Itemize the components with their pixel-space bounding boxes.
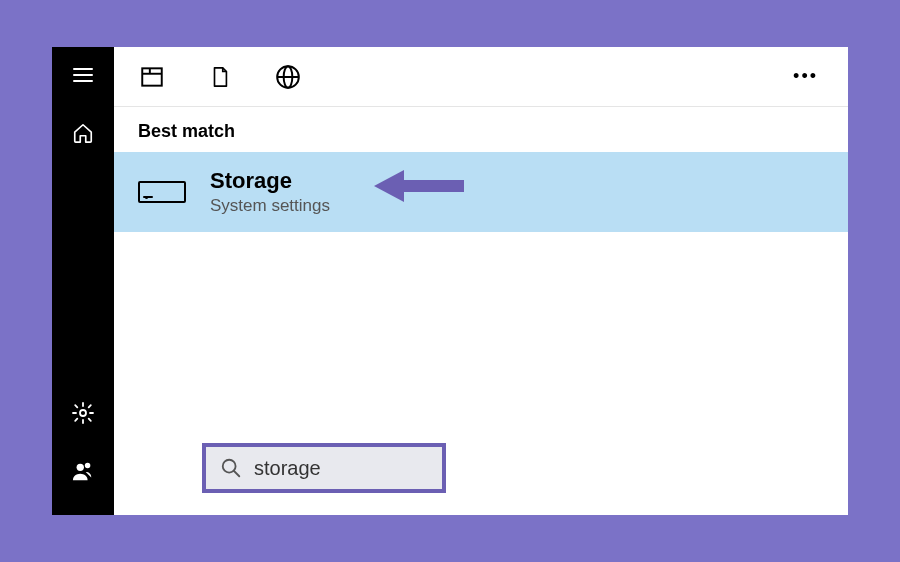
section-header: Best match [114, 107, 848, 152]
arrow-annotation-icon [374, 170, 464, 202]
hamburger-icon[interactable] [69, 61, 97, 89]
storage-icon [138, 181, 186, 203]
svg-rect-3 [142, 68, 162, 85]
result-title: Storage [210, 168, 330, 194]
tabs-row: ••• [114, 47, 848, 107]
search-bar[interactable] [202, 443, 446, 493]
gear-icon[interactable] [69, 399, 97, 427]
search-icon [220, 457, 242, 479]
people-icon[interactable] [69, 457, 97, 485]
result-text: Storage System settings [210, 168, 330, 216]
sidebar [52, 47, 114, 515]
svg-line-10 [234, 471, 240, 477]
apps-icon[interactable] [138, 63, 166, 91]
document-icon[interactable] [206, 63, 234, 91]
result-subtitle: System settings [210, 196, 330, 216]
window-frame: ••• Best match Storage System settings [52, 47, 848, 515]
svg-point-0 [80, 410, 86, 416]
result-storage[interactable]: Storage System settings [114, 152, 848, 232]
home-icon[interactable] [69, 119, 97, 147]
main-area: ••• Best match Storage System settings [52, 47, 848, 515]
svg-point-2 [85, 463, 91, 469]
svg-point-1 [77, 464, 84, 471]
more-icon[interactable]: ••• [787, 60, 824, 93]
search-input[interactable] [254, 457, 507, 480]
web-icon[interactable] [274, 63, 302, 91]
